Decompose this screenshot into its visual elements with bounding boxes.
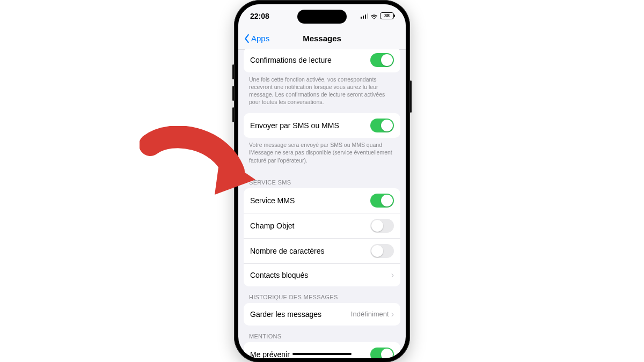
send-as-sms-row[interactable]: Envoyer par SMS ou MMS (244, 113, 400, 138)
notify-me-toggle[interactable] (370, 348, 394, 358)
mms-service-label: Service MMS (250, 196, 370, 205)
status-time: 22:08 (250, 12, 269, 20)
wifi-icon (370, 13, 378, 19)
sms-service-group: Service MMS Champ Objet Nombre de caract… (244, 188, 400, 286)
sms-service-header: SERVICE SMS (244, 172, 400, 188)
back-label: Apps (251, 34, 269, 43)
send-as-sms-label: Envoyer par SMS ou MMS (250, 121, 370, 130)
cellular-icon (361, 13, 369, 19)
battery-icon: 38 (380, 12, 394, 19)
notify-me-row[interactable]: Me prévenir (244, 342, 400, 358)
subject-field-row[interactable]: Champ Objet (244, 213, 400, 238)
settings-scroll[interactable]: iMessage. Confirmations de lecture Une f… (238, 49, 406, 358)
read-receipts-label: Confirmations de lecture (250, 56, 370, 64)
mentions-group: Me prévenir (244, 342, 400, 358)
dynamic-island (297, 10, 347, 24)
history-group: Garder les messages Indéfiniment › (244, 303, 400, 326)
history-header: HISTORIQUE DES MESSAGES (244, 286, 400, 303)
char-count-toggle[interactable] (370, 244, 394, 258)
mentions-header: MENTIONS (244, 326, 400, 342)
nav-bar: Apps Messages (238, 28, 406, 50)
read-receipts-group: Confirmations de lecture (244, 49, 400, 72)
keep-messages-row[interactable]: Garder les messages Indéfiniment › (244, 303, 400, 326)
home-indicator[interactable] (292, 353, 352, 355)
send-as-sms-toggle[interactable] (370, 119, 394, 132)
page-title: Messages (303, 34, 341, 43)
send-as-sms-group: Envoyer par SMS ou MMS (244, 113, 400, 138)
phone-screen: 22:08 38 Apps Messages iMessage. (238, 4, 406, 358)
subject-field-toggle[interactable] (370, 219, 394, 233)
blocked-contacts-row[interactable]: Contacts bloqués › (244, 263, 400, 286)
chevron-left-icon (244, 34, 250, 43)
back-button[interactable]: Apps (244, 28, 269, 49)
phone-frame: 22:08 38 Apps Messages iMessage. (234, 0, 410, 362)
read-receipts-toggle[interactable] (370, 53, 394, 67)
mms-service-row[interactable]: Service MMS (244, 188, 400, 213)
read-receipts-row[interactable]: Confirmations de lecture (244, 49, 400, 72)
send-as-sms-footer: Votre message sera envoyé par SMS ou MMS… (244, 138, 400, 172)
chevron-right-icon: › (391, 271, 394, 279)
keep-messages-label: Garder les messages (250, 310, 351, 319)
keep-messages-value: Indéfiniment (351, 310, 389, 318)
mms-service-toggle[interactable] (370, 194, 394, 208)
read-receipts-footer: Une fois cette fonction activée, vos cor… (244, 72, 400, 114)
char-count-row[interactable]: Nombre de caractères (244, 238, 400, 263)
blocked-contacts-label: Contacts bloqués (250, 271, 391, 279)
chevron-right-icon: › (391, 310, 394, 319)
char-count-label: Nombre de caractères (250, 247, 370, 255)
subject-field-label: Champ Objet (250, 221, 370, 230)
